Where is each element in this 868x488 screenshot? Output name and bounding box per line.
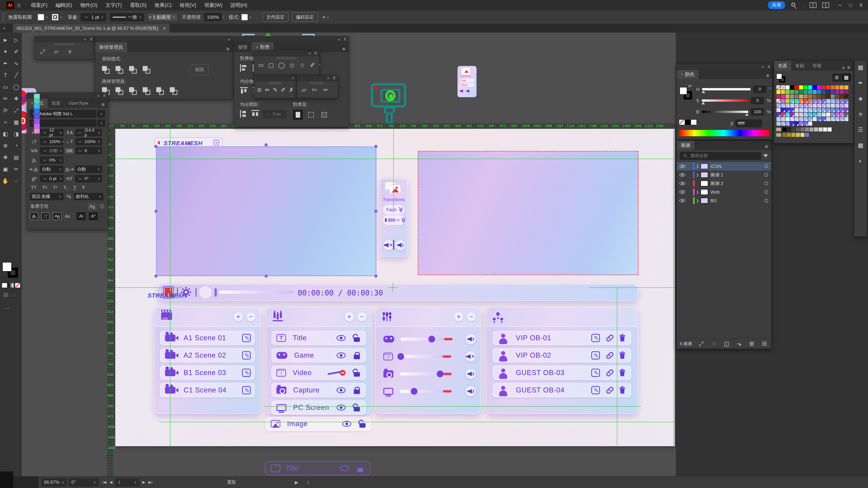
artwork-color-chip[interactable] (34, 119, 40, 124)
swatch[interactable] (817, 85, 822, 90)
guest-row-GUEST OB-04[interactable]: GUEST OB-04✎ (493, 383, 631, 397)
swatch[interactable] (786, 127, 791, 132)
opacity-field[interactable]: 100% (204, 13, 221, 21)
align-to-artboard-button[interactable] (293, 110, 303, 120)
swatch[interactable]: ◎ (781, 85, 785, 90)
baseline-shift-field[interactable]: ∧∨0 pt∨ (40, 175, 64, 182)
swatch[interactable] (781, 112, 785, 117)
panel-menu-icon[interactable]: »≡ (839, 64, 854, 71)
rotation-dropdown[interactable]: 0°∨ (69, 478, 98, 486)
layer-target-icon[interactable] (765, 173, 768, 177)
swatch[interactable] (831, 94, 835, 99)
rotate-tool[interactable]: ⟳ (1, 106, 10, 115)
pen-tool[interactable]: ✒ (1, 59, 10, 68)
layer-row-iCON[interactable]: ❯iCON (677, 162, 771, 170)
tab-opentype[interactable]: OpenType (64, 99, 92, 108)
swatch[interactable] (839, 99, 844, 103)
drag-handle[interactable] (55, 43, 75, 45)
strikethrough-button[interactable]: Ŧ (82, 185, 85, 190)
swatch[interactable] (799, 103, 803, 108)
swatch[interactable] (808, 103, 812, 108)
expand-button[interactable]: 展開 (190, 65, 209, 75)
space-before-field[interactable]: 自動∨ (40, 166, 64, 173)
swatch[interactable] (818, 127, 823, 132)
panel-menu-icon[interactable]: ≡ (98, 101, 108, 108)
char-rotation-field[interactable]: ∧∨0°∨ (75, 175, 102, 182)
swatch[interactable] (785, 112, 790, 117)
direct-selection-tool[interactable]: ▷ (12, 36, 21, 44)
leading-field[interactable]: ∧∨(14.4 p∨ (75, 129, 102, 136)
link-icon[interactable] (605, 334, 614, 342)
lock-icon[interactable] (360, 423, 366, 428)
font-family-dropdown[interactable]: ∨ (97, 110, 105, 118)
panel-menu-icon[interactable]: ≡ (763, 72, 772, 79)
swatch[interactable] (790, 90, 794, 94)
mini-fade-pill[interactable]: Fade (460, 78, 474, 82)
swatch[interactable] (805, 133, 809, 137)
swatch[interactable] (776, 90, 781, 94)
font-size-field[interactable]: ∧∨12 pt∨ (40, 129, 64, 136)
lock-icon[interactable] (354, 407, 360, 412)
close-icon[interactable]: X (314, 51, 317, 56)
swatch[interactable] (782, 133, 786, 137)
tab-swatches[interactable]: 色票 (774, 61, 791, 71)
stroke-style-dropdown[interactable]: 一致∨ (110, 13, 144, 21)
join-tool-icon[interactable]: ✗ (289, 87, 294, 94)
zoom-tool[interactable]: ◌ (12, 177, 21, 185)
trash-icon[interactable] (619, 369, 625, 376)
swatch[interactable] (844, 117, 848, 121)
subscript-button[interactable]: T₁ (63, 185, 68, 190)
tab-pathfinder[interactable]: 路徑管理員 (95, 42, 127, 52)
black-chip[interactable] (685, 120, 691, 125)
swatch[interactable] (776, 85, 781, 90)
outline-icon[interactable] (156, 87, 164, 95)
gradient-mode-button[interactable] (8, 283, 14, 288)
symbol-sprayer-tool[interactable]: ✥ (1, 153, 10, 162)
unite-icon[interactable] (102, 66, 110, 74)
collapse-icon[interactable]: « (292, 76, 294, 80)
swatch[interactable] (823, 127, 827, 132)
swatch[interactable] (803, 108, 808, 112)
menu-效果(C)[interactable]: 效果(C) (151, 0, 176, 10)
swatch[interactable] (776, 117, 781, 121)
align-to-key-object-button[interactable] (319, 110, 329, 120)
brightness-value[interactable]: 100 (751, 108, 764, 116)
mesh-tool[interactable]: ◧ (1, 130, 10, 138)
swatch[interactable] (831, 108, 835, 112)
add-button[interactable]: + (454, 312, 463, 321)
swatch[interactable] (839, 108, 844, 112)
rounded-rectangle-tool-icon[interactable]: ▢ (268, 62, 274, 69)
layer-name[interactable]: BG (710, 198, 717, 203)
eyedropper-tool[interactable]: ⊕ (1, 141, 10, 150)
drag-handle[interactable] (311, 82, 324, 84)
hue-slider[interactable] (702, 88, 750, 90)
swatch[interactable] (785, 103, 790, 108)
illustrator-logo[interactable]: Ai (6, 1, 14, 9)
swatch[interactable] (826, 108, 831, 112)
swatch[interactable] (799, 112, 803, 117)
layer-expand-icon[interactable]: ❯ (694, 173, 701, 177)
swatch[interactable] (835, 99, 839, 103)
swatch[interactable] (808, 112, 812, 117)
ellipse-tool-icon[interactable]: ◯ (278, 62, 285, 69)
collapse-tabs-icon[interactable]: « (3, 26, 5, 31)
swatch[interactable] (790, 85, 794, 90)
star-tool-icon[interactable]: ☆ (299, 62, 305, 69)
swatch[interactable] (790, 108, 794, 112)
color-mode-button[interactable] (2, 283, 7, 288)
width-tool[interactable]: ≈ (1, 118, 10, 127)
swatch[interactable] (776, 121, 781, 126)
draw-normal-button[interactable] (3, 292, 8, 297)
tab-transform[interactable]: 變形 (234, 42, 252, 52)
preview-program-right[interactable] (418, 151, 639, 275)
close-icon[interactable]: X (333, 76, 336, 80)
swatch[interactable] (822, 117, 826, 121)
trash-icon[interactable] (619, 335, 625, 341)
swatch[interactable] (831, 99, 835, 103)
glyph-toggle-3[interactable]: Ag (53, 213, 62, 220)
layer-visibility-icon[interactable] (680, 199, 685, 202)
swatch[interactable] (808, 117, 812, 121)
swatch[interactable] (822, 99, 826, 103)
swatch[interactable] (835, 94, 839, 99)
enter-isolation-tool-icon[interactable]: ⬎ (736, 340, 743, 347)
